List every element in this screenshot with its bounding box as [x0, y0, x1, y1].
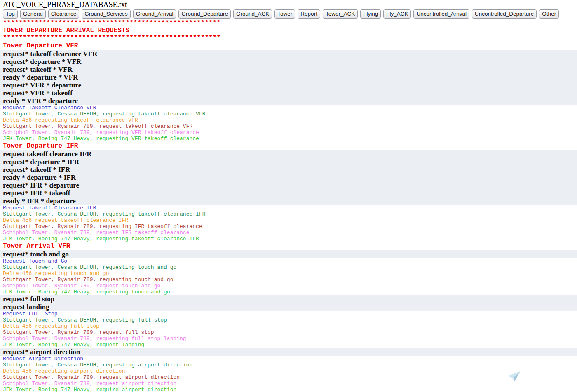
- example-line: Schiphol Tower, Ryanair 789, request tou…: [0, 283, 577, 289]
- banner-line: ****************************************…: [0, 19, 577, 27]
- nav-button-other[interactable]: Other: [539, 9, 559, 19]
- example-line: Delta 456 requesting touch and go: [0, 270, 577, 277]
- nav-button-tower[interactable]: Tower: [274, 9, 295, 19]
- nav-button-fly_ack[interactable]: Fly_ACK: [383, 9, 411, 19]
- example-block: Request Takeoff Clearance VFRStuttgart T…: [0, 105, 577, 142]
- example-line: JFK Tower, Boeing 747 Heavy, requesting …: [0, 236, 577, 242]
- phrase-pattern-block: request* airport direction: [0, 348, 577, 356]
- phrase-pattern-block: request takeoff clearance IFRrequest* de…: [0, 150, 577, 205]
- nav-button-flying[interactable]: Flying: [360, 9, 381, 19]
- phrase-pattern-line: ready * IFR * departure: [3, 197, 577, 205]
- example-line: JFK Tower, Boeing 747 Heavy, requesting …: [0, 136, 577, 142]
- section-heading: Tower Departure IFR: [0, 142, 577, 150]
- phrase-pattern-line: request takeoff clearance IFR: [3, 150, 577, 158]
- phrase-pattern-line: request* departure * VFR: [3, 58, 577, 66]
- example-line: Delta 456 request takeoff clearance IFR: [0, 217, 577, 223]
- nav-button-uncontrolled_arrival[interactable]: Uncontrolled_Arrival: [413, 9, 469, 19]
- example-line: Stuttgart Tower, Ryanair 789, requesting…: [0, 277, 577, 283]
- example-line: Schiphol Tower, Ryanair 789, request IFR…: [0, 230, 577, 236]
- example-line: JFK Tower, Boeing 747 Heavy, require air…: [0, 387, 577, 392]
- banner-block: ****************************************…: [0, 19, 577, 42]
- example-line: Stuttgart Tower, Cessna DEHUH, requestin…: [0, 211, 577, 217]
- example-line: Schiphol Tower, Ryanair 789, requesting …: [0, 129, 577, 136]
- phrase-pattern-line: request* full stop: [3, 295, 577, 303]
- example-line: JFK Tower, Boeing 747 Heavy, requesting …: [0, 289, 577, 295]
- example-line: Stuttgart Tower, Cessna DEHUH, requestin…: [0, 362, 577, 368]
- example-block: Request Touch and GoStuttgart Tower, Ces…: [0, 258, 577, 295]
- phrase-pattern-line: ready * departure * VFR: [3, 73, 577, 81]
- nav-button-tower_ack[interactable]: Tower_ACK: [323, 9, 358, 19]
- example-block: Request Full StopStuttgart Tower, Cessna…: [0, 311, 577, 348]
- example-line: Stuttgart Tower, Cessna DEHUH, requestin…: [0, 317, 577, 323]
- nav-button-ground_ack[interactable]: Ground_ACK: [233, 9, 272, 19]
- banner-line: TOWER DEPARTURE ARRIVAL REQUESTS: [0, 27, 577, 34]
- phrase-pattern-block: request* takeoff clearance VFRrequest* d…: [0, 50, 577, 105]
- phrase-pattern-line: request* takeoff * VFR: [3, 66, 577, 73]
- nav-button-ground_arrival[interactable]: Ground_Arrival: [133, 9, 176, 19]
- phrase-pattern-line: request* takeoff clearance VFR: [3, 50, 577, 58]
- phrase-pattern-line: ready * departure * IFR: [3, 174, 577, 181]
- nav-button-clearance[interactable]: Clearance: [48, 9, 80, 19]
- example-line: Stuttgart Tower, Ryanair 789, requesting…: [0, 223, 577, 230]
- phrase-pattern-line: request* takeoff * IFR: [3, 166, 577, 174]
- paper-plane-icon: [507, 371, 521, 383]
- example-line: Request Touch and Go: [0, 258, 577, 264]
- example-line: Request Takeoff Clearance IFR: [0, 205, 577, 211]
- nav-button-ground_services[interactable]: Ground_Services: [82, 9, 130, 19]
- nav-button-general[interactable]: General: [20, 9, 46, 19]
- phrase-pattern-line: request* VFR * departure: [3, 81, 577, 89]
- nav-button-report[interactable]: Report: [298, 9, 320, 19]
- nav-button-top[interactable]: Top: [3, 9, 18, 19]
- phrase-pattern-block: request* full stoprequest landing: [0, 295, 577, 311]
- example-line: Delta 456 requesting airport direction: [0, 368, 577, 374]
- sections-container: Tower Departure VFRrequest* takeoff clea…: [0, 42, 577, 392]
- section-heading: Tower Departure VFR: [0, 42, 577, 50]
- phrase-pattern-line: request* IFR * takeoff: [3, 189, 577, 197]
- example-line: JFK Tower, Boeing 747 Heavy, request lan…: [0, 342, 577, 348]
- phrase-pattern-line: request* VFR * takeoff: [3, 89, 577, 97]
- example-line: Stuttgart Tower, Ryanair 789, request fu…: [0, 329, 577, 336]
- example-line: Request Full Stop: [0, 311, 577, 317]
- example-line: Stuttgart Tower, Cessna DEHUH, requestin…: [0, 111, 577, 117]
- example-block: Request Airport DirectionStuttgart Tower…: [0, 356, 577, 392]
- example-line: Schiphol Tower, Ryanair 789, requesting …: [0, 336, 577, 342]
- phrase-pattern-line: request* IFR * departure: [3, 181, 577, 189]
- example-line: Request Airport Direction: [0, 356, 577, 362]
- banner-line: ****************************************…: [0, 34, 577, 42]
- nav-bar: TopGeneralClearanceGround_ServicesGround…: [0, 9, 577, 19]
- phrase-pattern-line: request landing: [3, 303, 577, 311]
- example-line: Schiphol Tower, Ryanair 789, request air…: [0, 380, 577, 387]
- example-line: Request Takeoff Clearance VFR: [0, 105, 577, 111]
- nav-button-uncontrolled_departure[interactable]: Uncontrolled_Departure: [472, 9, 537, 19]
- example-line: Delta 456 requesting takeoff clearance V…: [0, 117, 577, 123]
- phrase-pattern-line: request* touch and go: [3, 250, 577, 258]
- page-title: ATC_VOICE_PHRASE_DATABASE.txt: [0, 0, 577, 9]
- example-line: Stuttgart Tower, Ryanair 789, request ta…: [0, 123, 577, 129]
- example-line: Delta 456 requesting full stop: [0, 323, 577, 329]
- phrase-pattern-line: request* airport direction: [3, 348, 577, 356]
- example-block: Request Takeoff Clearance IFRStuttgart T…: [0, 205, 577, 242]
- phrase-pattern-block: request* touch and go: [0, 250, 577, 258]
- example-line: Stuttgart Tower, Cessna DEHUH, requestin…: [0, 264, 577, 270]
- example-line: Stuttgart Tower, Ryanair 789, request ai…: [0, 374, 577, 380]
- phrase-pattern-line: request* departure * IFR: [3, 158, 577, 166]
- content: ****************************************…: [0, 19, 577, 392]
- phrase-pattern-line: ready * VFR * departure: [3, 97, 577, 105]
- section-heading: Tower Arrival VFR: [0, 242, 577, 250]
- nav-button-ground_departure[interactable]: Ground_Departure: [178, 9, 231, 19]
